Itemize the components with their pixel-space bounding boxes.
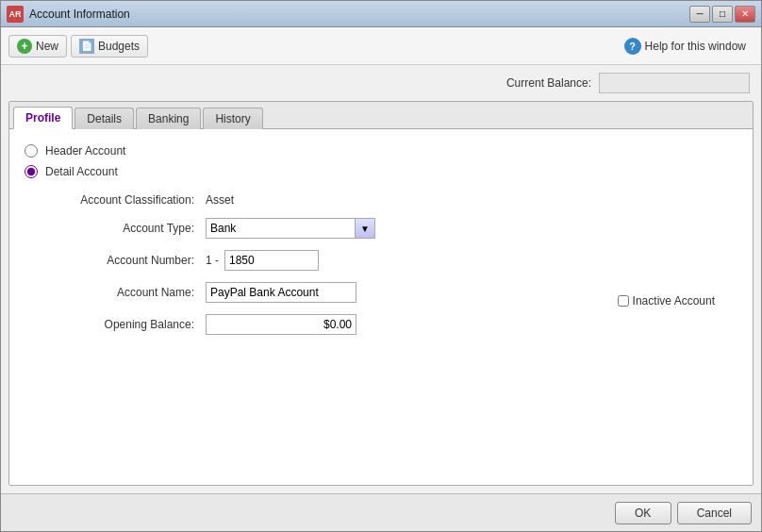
account-type-select-wrapper: Bank Cash Credit Card Savings ▼ — [206, 218, 375, 239]
account-classification-label: Account Classification: — [25, 193, 194, 207]
window-title: Account Information — [29, 8, 130, 21]
tab-profile[interactable]: Profile — [13, 107, 73, 129]
maximize-button[interactable]: □ — [712, 6, 733, 23]
help-icon: ? — [624, 38, 641, 55]
help-button[interactable]: ? Help for this window — [617, 35, 754, 58]
toolbar-right: ? Help for this window — [617, 35, 754, 58]
detail-account-radio[interactable] — [25, 165, 38, 178]
tab-banking[interactable]: Banking — [136, 108, 201, 129]
detail-account-label: Detail Account — [45, 165, 118, 178]
app-icon: AR — [7, 6, 24, 23]
toolbar-left: + New 📄 Budgets — [8, 35, 148, 58]
account-type-radio-group: Header Account Detail Account — [25, 144, 737, 178]
balance-field[interactable] — [599, 73, 750, 93]
minimize-button[interactable]: ─ — [689, 6, 710, 23]
budgets-icon: 📄 — [79, 39, 94, 54]
account-type-row: Account Type: Bank Cash Credit Card Savi… — [25, 218, 737, 239]
detail-account-row: Detail Account — [25, 165, 737, 178]
opening-balance-input[interactable] — [206, 314, 356, 335]
cancel-button[interactable]: Cancel — [677, 502, 752, 524]
tab-details[interactable]: Details — [75, 108, 134, 129]
header-account-label: Header Account — [45, 144, 125, 158]
new-label: New — [36, 40, 58, 53]
inactive-account-checkbox[interactable] — [618, 295, 629, 307]
budgets-button[interactable]: 📄 Budgets — [71, 35, 148, 58]
ok-button[interactable]: OK — [615, 502, 671, 524]
account-classification-row: Account Classification: Asset — [25, 193, 737, 207]
form-section: Account Classification: Asset Account Ty… — [25, 193, 737, 335]
new-icon: + — [17, 39, 32, 54]
balance-row: Current Balance: — [8, 73, 754, 93]
account-name-input[interactable] — [206, 282, 356, 303]
tab-bar: Profile Details Banking History — [9, 102, 753, 129]
header-account-row: Header Account — [25, 144, 737, 158]
inactive-account-group: Inactive Account — [618, 294, 715, 308]
tab-history[interactable]: History — [203, 108, 262, 129]
account-type-label: Account Type: — [25, 222, 194, 235]
content-area: Current Balance: Profile Details Banking… — [1, 65, 761, 493]
account-name-label: Account Name: — [25, 286, 194, 299]
new-button[interactable]: + New — [8, 35, 67, 58]
balance-label: Current Balance: — [506, 76, 591, 90]
bottom-bar: OK Cancel — [1, 493, 761, 531]
title-bar-left: AR Account Information — [7, 6, 130, 23]
toolbar: + New 📄 Budgets ? Help for this window — [1, 27, 761, 65]
opening-balance-row: Opening Balance: — [25, 314, 737, 335]
budgets-label: Budgets — [98, 40, 140, 53]
header-account-radio[interactable] — [25, 144, 38, 158]
title-bar: AR Account Information ─ □ ✕ — [1, 1, 761, 27]
help-label: Help for this window — [645, 40, 746, 53]
opening-balance-label: Opening Balance: — [25, 318, 194, 331]
tab-container: Profile Details Banking History Header A… — [8, 101, 754, 486]
main-window: AR Account Information ─ □ ✕ + New 📄 Bud… — [0, 0, 762, 532]
account-classification-value: Asset — [206, 193, 234, 207]
title-buttons: ─ □ ✕ — [689, 6, 755, 23]
account-number-input[interactable] — [224, 250, 319, 271]
account-type-select[interactable]: Bank Cash Credit Card Savings — [206, 218, 375, 239]
account-number-group: 1 - — [206, 250, 319, 271]
account-number-prefix: 1 - — [206, 254, 219, 267]
inactive-account-label: Inactive Account — [633, 294, 715, 308]
close-button[interactable]: ✕ — [735, 6, 755, 23]
account-number-label: Account Number: — [25, 254, 194, 267]
account-number-row: Account Number: 1 - — [25, 250, 737, 271]
tab-content-profile: Header Account Detail Account Inactive A… — [9, 129, 753, 485]
